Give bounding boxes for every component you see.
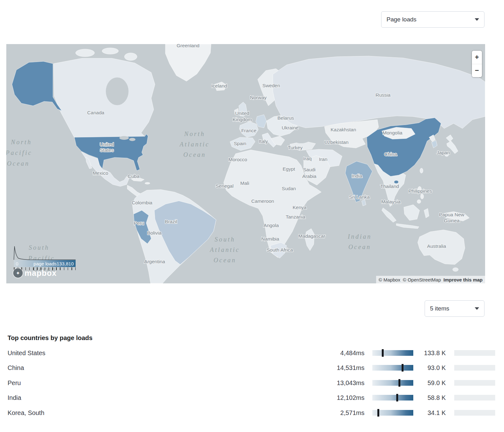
legend-gradient-bar: 0 page loads133,810 (14, 260, 76, 267)
svg-text:North: North (184, 130, 205, 137)
page-loads-value: 59.0 K (395, 379, 446, 387)
svg-text:States: States (100, 147, 114, 153)
country-name: Korea, South (8, 409, 44, 417)
svg-text:China: China (384, 151, 397, 157)
svg-text:Mongolia: Mongolia (383, 130, 403, 135)
svg-text:Senegal: Senegal (216, 183, 234, 189)
svg-text:Italy: Italy (259, 139, 268, 144)
svg-text:Belarus: Belarus (278, 115, 294, 121)
country-canada (54, 58, 155, 138)
page-loads-value: 93.0 K (395, 364, 446, 372)
svg-text:Cuba: Cuba (128, 173, 139, 179)
latency-value: 14,531ms (295, 364, 364, 372)
country-row: Peru 13,043ms 59.0 K (0, 378, 504, 387)
svg-text:Guinea: Guinea (444, 218, 460, 223)
svg-text:Brazil: Brazil (165, 219, 177, 224)
country-row: China 14,531ms 93.0 K (0, 363, 504, 372)
svg-text:South: South (215, 236, 235, 243)
svg-text:Australia: Australia (427, 243, 446, 249)
svg-text:Morocco: Morocco (228, 157, 247, 162)
page-loads-bar (454, 395, 495, 401)
svg-text:Uzbekistan: Uzbekistan (324, 139, 349, 145)
svg-text:Kenya: Kenya (293, 205, 306, 210)
svg-text:Iraq: Iraq (303, 156, 312, 161)
svg-text:Madagascar: Madagascar (298, 233, 325, 239)
svg-text:South Africa: South Africa (266, 247, 293, 253)
svg-text:United: United (100, 142, 114, 147)
svg-text:Sweden: Sweden (262, 83, 280, 88)
svg-text:Sudan: Sudan (282, 186, 296, 191)
page-loads-bar (454, 365, 495, 371)
country-name: India (8, 394, 21, 401)
svg-text:Kazakhstan: Kazakhstan (331, 127, 356, 132)
latency-value: 2,571ms (295, 409, 364, 417)
country-philippines (417, 200, 421, 203)
svg-text:Pacific: Pacific (6, 149, 32, 156)
chevron-down-icon (475, 307, 479, 310)
improve-this-map-link[interactable]: Improve this map (444, 277, 483, 282)
legend-label-max: page loads133,810 (33, 261, 74, 266)
page-loads-value: 34.1 K (395, 409, 446, 417)
svg-text:Cameroon: Cameroon (251, 198, 274, 204)
great-lakes (129, 138, 135, 141)
world-map[interactable]: North Atlantic Ocean North Pacific Ocean… (6, 44, 485, 283)
attribution-osm-link[interactable]: © OpenStreetMap (403, 277, 441, 282)
latency-marker (382, 349, 384, 357)
zoom-out-button[interactable]: − (472, 64, 482, 77)
svg-text:Egypt: Egypt (283, 166, 295, 172)
country-row: United States 4,484ms 133.8 K (0, 349, 504, 357)
svg-text:Thailand: Thailand (380, 184, 399, 189)
page-loads-bar (454, 410, 495, 416)
svg-text:Norway: Norway (250, 95, 267, 100)
arctic-island (124, 53, 137, 60)
map-legend: 0 page loads133,810 (13, 244, 76, 270)
mapbox-logo[interactable]: ✦ mapbox (13, 268, 57, 278)
metric-select[interactable]: Page loads (381, 11, 484, 28)
taiwan (420, 168, 423, 173)
list-title: Top countries by page loads (8, 334, 93, 342)
legend-distribution-curve (13, 244, 76, 260)
svg-text:Argentina: Argentina (144, 259, 165, 264)
svg-text:Malaysia: Malaysia (381, 199, 401, 204)
svg-text:India: India (352, 173, 362, 179)
svg-text:United: United (235, 111, 249, 116)
svg-text:Mexico: Mexico (93, 170, 108, 176)
latency-value: 12,102ms (295, 394, 364, 401)
svg-text:Namibia: Namibia (261, 236, 279, 242)
zoom-in-button[interactable]: + (472, 51, 482, 64)
svg-text:Bolivia: Bolivia (147, 230, 162, 236)
page-loads-bar (454, 380, 495, 386)
svg-text:Greenland: Greenland (177, 44, 199, 48)
metric-select-value: Page loads (387, 16, 416, 23)
country-name: China (8, 364, 24, 372)
svg-text:Kingdom: Kingdom (232, 117, 252, 122)
svg-text:Iceland: Iceland (211, 83, 227, 88)
svg-text:Ocean: Ocean (7, 160, 30, 167)
mapbox-wordmark: mapbox (25, 269, 57, 278)
tasmania (453, 268, 458, 271)
svg-text:Japan: Japan (437, 150, 450, 155)
attribution-mapbox-link[interactable]: © Mapbox (379, 277, 400, 282)
chevron-down-icon (475, 18, 479, 21)
svg-text:Saudi: Saudi (303, 167, 316, 172)
svg-text:Arabia: Arabia (302, 173, 317, 179)
country-philippines (421, 194, 424, 199)
page-loads-value: 58.8 K (395, 394, 446, 401)
svg-text:Atlantic: Atlantic (179, 141, 209, 148)
svg-text:North: North (11, 139, 32, 145)
svg-text:France: France (241, 128, 256, 133)
latency-value: 4,484ms (295, 350, 364, 357)
map-zoom-control: + − (472, 51, 482, 77)
latency-marker (377, 409, 379, 417)
map-attribution: © Mapbox © OpenStreetMap Improve this ma… (376, 276, 485, 283)
svg-text:Ukraine: Ukraine (282, 125, 298, 130)
legend-min-value: 0 (16, 261, 18, 266)
svg-text:Tanzania: Tanzania (286, 214, 305, 219)
dashboard-page: Page loads (0, 0, 504, 432)
svg-text:Sri Lanka: Sri Lanka (349, 194, 370, 200)
country-row: Korea, South 2,571ms 34.1 K (0, 408, 504, 417)
svg-text:Turkey: Turkey (288, 145, 303, 150)
svg-text:Colombia: Colombia (132, 200, 152, 205)
svg-text:Ocean: Ocean (214, 257, 236, 264)
items-count-select[interactable]: 5 items (425, 300, 484, 317)
